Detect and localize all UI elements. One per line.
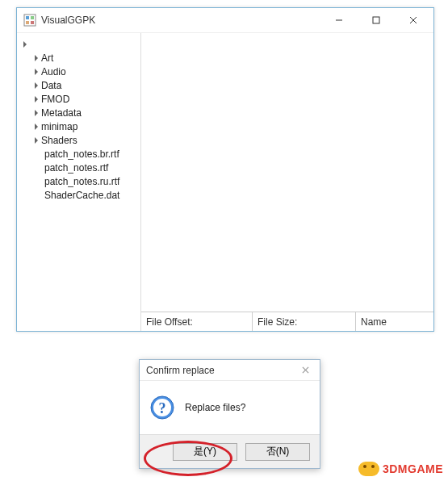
status-name: Name	[356, 312, 433, 331]
chevron-right-icon[interactable]	[35, 137, 38, 144]
confirm-replace-dialog: Confirm replace ? Replace files? 是(Y) 否(…	[139, 359, 320, 469]
dialog-close-button[interactable]	[294, 362, 316, 379]
name-label: Name	[361, 316, 387, 328]
svg-rect-6	[373, 17, 379, 23]
svg-rect-4	[31, 21, 34, 24]
chevron-right-icon[interactable]	[35, 82, 38, 89]
yes-button[interactable]: 是(Y)	[173, 443, 237, 461]
svg-rect-1	[26, 16, 29, 19]
tree-folder[interactable]: Art	[35, 51, 140, 65]
chevron-right-icon[interactable]	[35, 69, 38, 75]
tree-folder[interactable]: Metadata	[35, 106, 140, 119]
tree-file[interactable]: patch_notes.rtf	[35, 161, 140, 174]
dialog-body: ? Replace files?	[140, 381, 320, 434]
content-area[interactable]	[141, 33, 433, 312]
tree-file[interactable]: patch_notes.ru.rtf	[35, 174, 140, 188]
tree-folder-label: Art	[41, 52, 53, 64]
status-bar: File Offset: File Size: Name	[141, 312, 433, 331]
file-offset-label: File Offset:	[146, 316, 193, 328]
tree-root-node[interactable]	[23, 37, 140, 51]
tree-folder-label: Audio	[41, 66, 66, 77]
tree-folder-label: Data	[41, 80, 61, 91]
svg-rect-3	[26, 21, 29, 24]
chevron-right-icon[interactable]	[35, 123, 38, 130]
dialog-title: Confirm replace	[146, 365, 294, 376]
titlebar[interactable]: VisualGGPK	[17, 8, 433, 33]
tree-folder[interactable]: Data	[35, 78, 140, 92]
window-controls	[320, 8, 432, 32]
tree-folder[interactable]: Shaders	[35, 133, 140, 147]
question-icon: ?	[149, 395, 175, 420]
close-button[interactable]	[395, 8, 432, 32]
no-button[interactable]: 否(N)	[245, 443, 310, 461]
tree-file-label: patch_notes.ru.rtf	[44, 176, 119, 187]
dialog-button-row: 是(Y) 否(N)	[140, 434, 320, 468]
tree-folder-label: Metadata	[41, 107, 82, 119]
chevron-down-icon[interactable]	[23, 41, 27, 48]
client-area: ArtAudioDataFMODMetadataminimapShaderspa…	[17, 33, 433, 331]
maximize-button[interactable]	[358, 8, 395, 32]
tree-view[interactable]: ArtAudioDataFMODMetadataminimapShaderspa…	[17, 37, 140, 202]
dialog-message: Replace files?	[185, 402, 245, 413]
watermark-text: 3DMGAME	[383, 462, 443, 475]
chevron-right-icon[interactable]	[35, 55, 38, 61]
status-file-size: File Size:	[253, 312, 356, 331]
tree-folder[interactable]: Audio	[35, 65, 140, 78]
tree-file-label: patch_notes.rtf	[44, 162, 108, 174]
dialog-titlebar[interactable]: Confirm replace	[140, 360, 320, 381]
watermark-badge-icon	[358, 462, 379, 476]
tree-file[interactable]: ShaderCache.dat	[35, 188, 140, 202]
tree-folder[interactable]: FMOD	[35, 92, 140, 106]
tree-file-label: ShaderCache.dat	[44, 190, 119, 201]
main-window: VisualGGPK ArtAudioDataFMODMetadataminim…	[16, 7, 434, 332]
chevron-right-icon[interactable]	[35, 110, 38, 116]
file-size-label: File Size:	[257, 316, 297, 328]
status-file-offset: File Offset:	[141, 312, 253, 331]
watermark: 3DMGAME	[358, 462, 443, 476]
tree-folder[interactable]: minimap	[35, 119, 140, 133]
tree-folder-label: minimap	[41, 121, 77, 132]
chevron-right-icon[interactable]	[35, 96, 38, 102]
svg-text:?: ?	[159, 400, 166, 416]
tree-file-label: patch_notes.br.rtf	[44, 148, 119, 160]
svg-rect-2	[31, 16, 34, 19]
minimize-button[interactable]	[320, 8, 358, 32]
window-title: VisualGGPK	[41, 15, 320, 26]
tree-folder-label: FMOD	[41, 94, 69, 105]
app-icon	[23, 14, 36, 27]
tree-file[interactable]: patch_notes.br.rtf	[35, 147, 140, 161]
tree-folder-label: Shaders	[41, 135, 77, 146]
right-pane: File Offset: File Size: Name	[141, 33, 433, 331]
tree-pane[interactable]: ArtAudioDataFMODMetadataminimapShaderspa…	[17, 33, 141, 331]
